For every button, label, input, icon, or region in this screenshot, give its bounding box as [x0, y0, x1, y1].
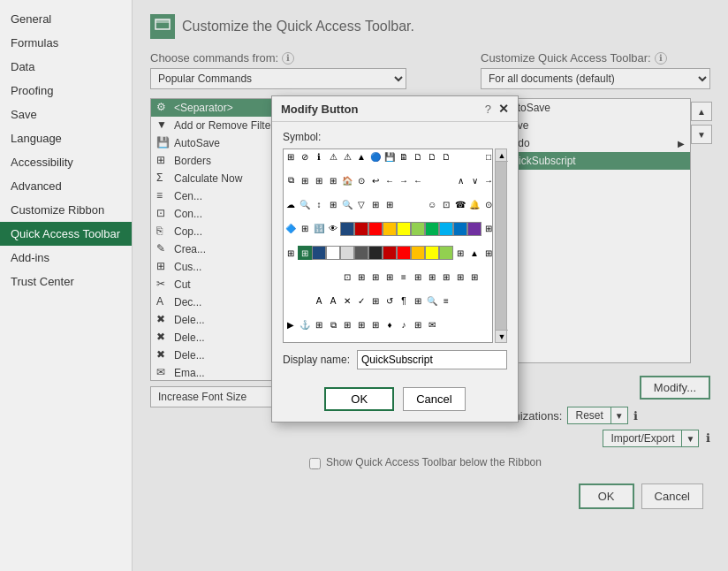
- symbol-cell[interactable]: [467, 222, 482, 236]
- symbol-cell[interactable]: [411, 246, 425, 260]
- symbol-cell[interactable]: ⊞: [368, 198, 383, 212]
- symbol-cell[interactable]: A: [312, 294, 326, 308]
- symbol-cell[interactable]: ⊞: [354, 318, 368, 332]
- symbol-cell[interactable]: ⊞: [298, 173, 312, 187]
- modal-help-button[interactable]: ?: [485, 103, 491, 116]
- symbol-cell[interactable]: ∧: [453, 173, 467, 187]
- symbol-cell[interactable]: ⊞: [411, 294, 425, 308]
- symbol-cell[interactable]: □: [482, 149, 493, 164]
- symbol-cell[interactable]: [383, 246, 397, 260]
- symbol-cell[interactable]: 🗎: [397, 149, 411, 164]
- symbol-cell[interactable]: [298, 270, 312, 284]
- symbol-cell[interactable]: ☁: [284, 198, 298, 212]
- symbol-cell[interactable]: [354, 222, 368, 236]
- symbol-cell[interactable]: ⊡: [340, 270, 354, 284]
- symbol-cell[interactable]: ⧉: [326, 318, 340, 332]
- modal-ok-button[interactable]: OK: [324, 387, 394, 411]
- symbol-cell[interactable]: ⚓: [298, 318, 312, 332]
- symbol-cell[interactable]: ℹ: [312, 149, 326, 164]
- symbol-cell[interactable]: ♦: [383, 318, 397, 332]
- symbol-cell[interactable]: [312, 246, 326, 260]
- symbol-scroll-up[interactable]: ▲: [496, 149, 508, 162]
- symbol-cell[interactable]: ⊞: [383, 198, 397, 212]
- symbol-cell[interactable]: ▶: [284, 318, 298, 332]
- symbol-cell[interactable]: ⊞: [312, 318, 326, 332]
- symbol-cell[interactable]: ▽: [354, 198, 368, 212]
- sidebar-item-proofing[interactable]: Proofing: [0, 79, 132, 103]
- symbol-cell[interactable]: [354, 246, 368, 260]
- symbol-cell[interactable]: ⊞: [326, 198, 340, 212]
- symbol-cell[interactable]: [411, 198, 425, 212]
- symbol-cell[interactable]: [467, 294, 482, 308]
- symbol-cell[interactable]: [439, 173, 453, 187]
- symbol-cell[interactable]: [467, 318, 482, 332]
- sidebar-item-formulas[interactable]: Formulas: [0, 31, 132, 55]
- symbol-cell[interactable]: [397, 198, 411, 212]
- symbol-cell[interactable]: →: [397, 173, 411, 187]
- symbol-cell[interactable]: ←: [411, 173, 425, 187]
- symbol-cell[interactable]: [453, 318, 467, 332]
- symbol-cell[interactable]: ✓: [354, 294, 368, 308]
- symbol-cell[interactable]: [439, 318, 453, 332]
- symbol-cell[interactable]: [453, 294, 467, 308]
- symbol-cell[interactable]: ⊞: [284, 246, 298, 260]
- symbol-cell[interactable]: ♪: [397, 318, 411, 332]
- symbol-cell[interactable]: ✕: [340, 294, 354, 308]
- sidebar-item-customize-ribbon[interactable]: Customize Ribbon: [0, 198, 132, 222]
- symbol-cell[interactable]: 🔷: [284, 222, 298, 236]
- symbol-cell[interactable]: ⊞: [368, 294, 383, 308]
- symbol-cell[interactable]: ⊞: [326, 173, 340, 187]
- symbol-cell[interactable]: 🔔: [467, 198, 482, 212]
- symbol-cell[interactable]: ⊞: [439, 270, 453, 284]
- symbol-cell[interactable]: 🔵: [368, 149, 383, 164]
- symbol-grid[interactable]: ⊞⊘ℹ⚠⚠▲🔵💾🗎🗋🗋🗋□⧉⧉⊞⊞⊞🏠⊙↩←→←∧∨→❄☁🔍↕⊞🔍▽⊞⊞☺⊡☎🔔…: [283, 148, 493, 343]
- symbol-cell[interactable]: ⊙: [354, 173, 368, 187]
- symbol-cell[interactable]: [284, 294, 298, 308]
- symbol-cell[interactable]: ⊞: [482, 246, 493, 260]
- symbol-cell[interactable]: [425, 246, 439, 260]
- symbol-cell[interactable]: [397, 246, 411, 260]
- symbol-cell[interactable]: ⊞: [298, 246, 312, 260]
- symbol-cell[interactable]: ☺: [425, 198, 439, 212]
- symbol-scrollbar-thumb[interactable]: [496, 162, 506, 330]
- symbol-cell[interactable]: [368, 222, 383, 236]
- sidebar-item-quick-access-toolbar[interactable]: Quick Access Toolbar: [0, 222, 132, 246]
- symbol-cell[interactable]: ∨: [467, 173, 482, 187]
- symbol-cell[interactable]: ▲: [467, 246, 482, 260]
- symbol-cell[interactable]: [482, 270, 493, 284]
- symbol-cell[interactable]: 🔍: [425, 294, 439, 308]
- symbol-cell[interactable]: [284, 270, 298, 284]
- sidebar-item-add-ins[interactable]: Add-ins: [0, 246, 132, 270]
- symbol-cell[interactable]: ▲: [354, 149, 368, 164]
- symbol-cell[interactable]: 🗋: [425, 149, 439, 164]
- symbol-cell[interactable]: ⧉: [284, 173, 298, 187]
- sidebar-item-save[interactable]: Save: [0, 103, 132, 126]
- symbol-cell[interactable]: ⊞: [383, 270, 397, 284]
- symbol-cell[interactable]: [397, 222, 411, 236]
- symbol-cell[interactable]: ¶: [397, 294, 411, 308]
- symbol-cell[interactable]: ⊞: [425, 270, 439, 284]
- sidebar-item-language[interactable]: Language: [0, 126, 132, 150]
- symbol-cell[interactable]: →: [482, 173, 493, 187]
- symbol-cell[interactable]: 🔍: [340, 198, 354, 212]
- symbol-scroll-down[interactable]: ▼: [496, 330, 508, 342]
- symbol-cell[interactable]: 🔍: [298, 198, 312, 212]
- symbol-cell[interactable]: ⚠: [340, 149, 354, 164]
- display-name-input[interactable]: [357, 350, 507, 369]
- symbol-cell[interactable]: ↩: [368, 173, 383, 187]
- symbol-cell[interactable]: ≡: [439, 294, 453, 308]
- symbol-cell[interactable]: [411, 222, 425, 236]
- symbol-cell[interactable]: [340, 246, 354, 260]
- symbol-cell[interactable]: [368, 246, 383, 260]
- sidebar-item-trust-center[interactable]: Trust Center: [0, 270, 132, 293]
- symbol-cell[interactable]: [326, 246, 340, 260]
- symbol-cell[interactable]: ⊞: [368, 318, 383, 332]
- symbol-cell[interactable]: A: [326, 294, 340, 308]
- sidebar-item-data[interactable]: Data: [0, 55, 132, 79]
- modal-cancel-button[interactable]: Cancel: [403, 387, 465, 411]
- symbol-cell[interactable]: [298, 294, 312, 308]
- symbol-cell[interactable]: [439, 246, 453, 260]
- sidebar-item-general[interactable]: General: [0, 7, 132, 31]
- symbol-cell[interactable]: ⊞: [340, 318, 354, 332]
- symbol-cell[interactable]: [467, 149, 482, 164]
